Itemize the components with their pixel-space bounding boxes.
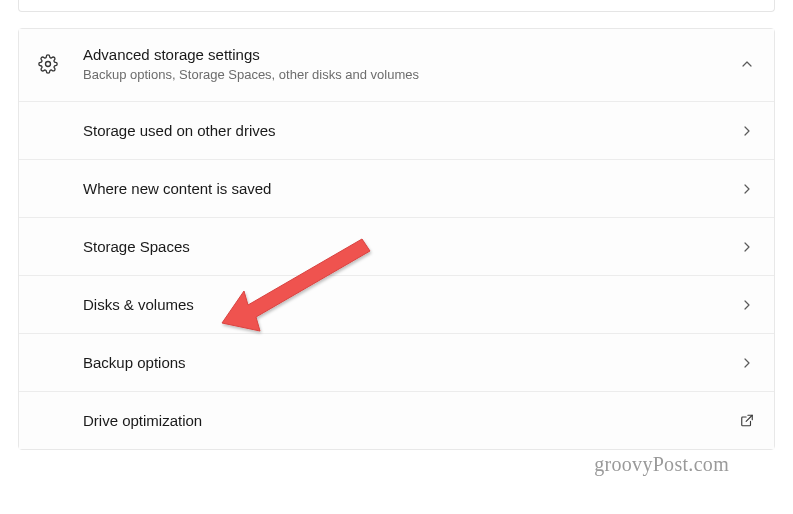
- item-label: Where new content is saved: [83, 180, 730, 197]
- chevron-right-icon: [740, 124, 754, 138]
- header-subtitle: Backup options, Storage Spaces, other di…: [83, 67, 730, 84]
- header-title: Advanced storage settings: [83, 45, 730, 65]
- svg-point-0: [46, 62, 51, 67]
- watermark: groovyPost.com: [594, 453, 729, 476]
- item-label: Storage Spaces: [83, 238, 730, 255]
- item-label: Disks & volumes: [83, 296, 730, 313]
- item-label: Backup options: [83, 354, 730, 371]
- item-drive-optimization[interactable]: Drive optimization: [19, 392, 774, 449]
- item-storage-used-other-drives[interactable]: Storage used on other drives: [19, 102, 774, 160]
- item-where-new-content-saved[interactable]: Where new content is saved: [19, 160, 774, 218]
- chevron-right-icon: [740, 240, 754, 254]
- item-label: Drive optimization: [83, 412, 730, 429]
- item-backup-options[interactable]: Backup options: [19, 334, 774, 392]
- chevron-right-icon: [740, 298, 754, 312]
- external-link-icon: [740, 414, 754, 428]
- item-label: Storage used on other drives: [83, 122, 730, 139]
- previous-panel-edge: [18, 0, 775, 12]
- chevron-up-icon: [740, 57, 754, 71]
- advanced-storage-header[interactable]: Advanced storage settings Backup options…: [19, 29, 774, 102]
- svg-line-1: [746, 416, 752, 422]
- chevron-right-icon: [740, 356, 754, 370]
- item-disks-and-volumes[interactable]: Disks & volumes: [19, 276, 774, 334]
- gear-icon: [37, 53, 59, 75]
- chevron-right-icon: [740, 182, 754, 196]
- advanced-storage-panel: Advanced storage settings Backup options…: [18, 28, 775, 450]
- item-storage-spaces[interactable]: Storage Spaces: [19, 218, 774, 276]
- header-text: Advanced storage settings Backup options…: [83, 45, 730, 83]
